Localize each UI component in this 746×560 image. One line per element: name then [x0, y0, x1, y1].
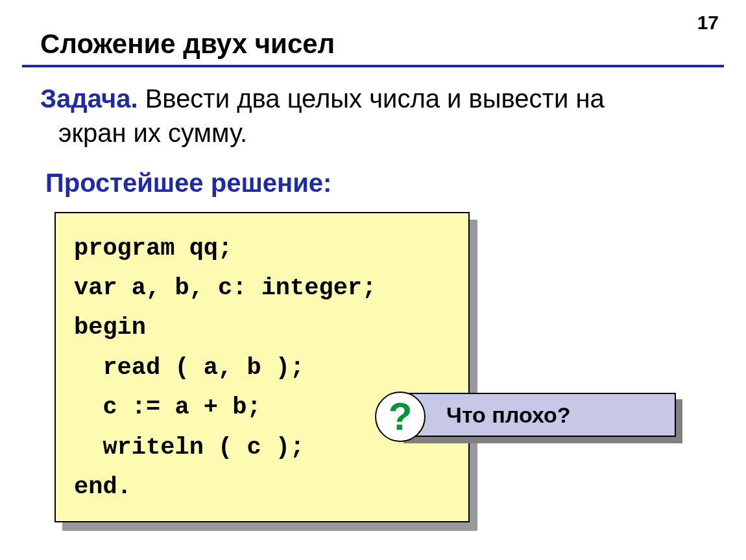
code-block: program qq; var a, b, c: integer; begin … [54, 212, 470, 523]
page-number: 17 [697, 12, 719, 34]
task-text-line2: экран их сумму. [40, 116, 247, 150]
task-text-line1: Ввести два целых числа и вывести на [138, 84, 605, 113]
callout-text: Что плохо? [446, 402, 571, 428]
question-mark-icon: ? [375, 391, 426, 442]
callout-box: Что плохо? [397, 393, 676, 437]
solution-label: Простейшее решение: [45, 169, 706, 198]
task-label: Задача. [40, 84, 138, 113]
task-block: Задача. Ввести два целых числа и вывести… [40, 82, 706, 150]
content-area: Задача. Ввести два целых числа и вывести… [0, 67, 746, 522]
slide-title: Сложение двух чисел [40, 29, 706, 60]
code-box: program qq; var a, b, c: integer; begin … [54, 212, 470, 523]
header: Сложение двух чисел [0, 0, 746, 60]
callout: Что плохо? ? [397, 393, 676, 437]
